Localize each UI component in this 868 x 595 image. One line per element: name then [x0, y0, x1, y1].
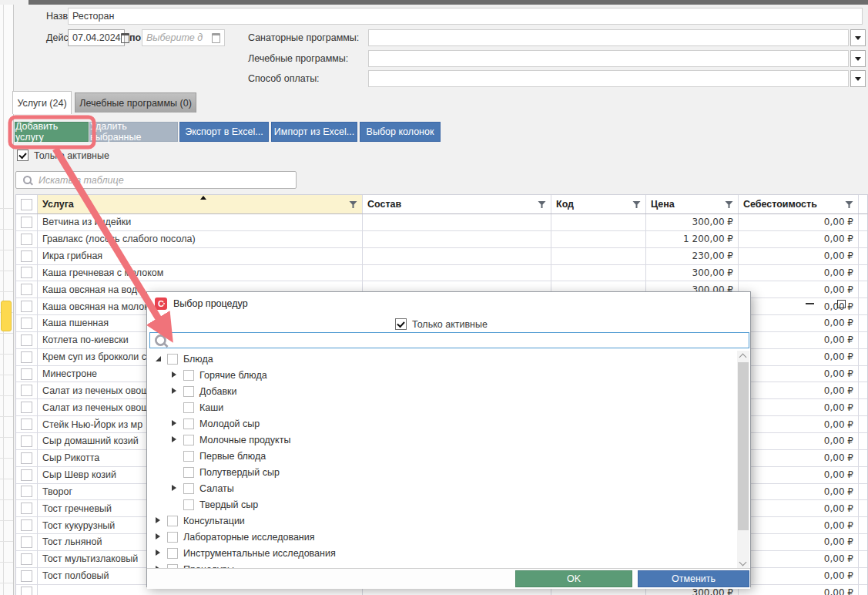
column-header-service[interactable]: Услуга — [38, 195, 363, 213]
tree-expander-icon[interactable] — [156, 355, 162, 363]
column-header-code[interactable]: Код — [551, 195, 646, 213]
dialog-titlebar[interactable]: C Выбор процедур — [147, 292, 750, 315]
tree-item[interactable]: Блюда — [149, 351, 736, 367]
tree-expander-icon[interactable] — [172, 452, 178, 460]
close-button[interactable] — [862, 294, 868, 314]
treatment-programs-combobox[interactable] — [368, 50, 849, 67]
only-active-filter[interactable]: Только активные — [17, 150, 109, 161]
tab-treatment-programs[interactable]: Лечебные программы (0) — [75, 92, 196, 113]
payment-method-combobox[interactable] — [368, 70, 849, 87]
tree-expander-icon[interactable] — [172, 420, 178, 428]
tab-services[interactable]: Услуги (24) — [12, 91, 72, 114]
tree-expander-icon[interactable] — [172, 371, 178, 379]
dialog-only-active-filter[interactable]: Только активные — [395, 318, 488, 330]
row-checkbox[interactable] — [21, 234, 32, 245]
tree-item[interactable]: Инструментальные исследования — [149, 545, 736, 561]
tree-expander-icon[interactable] — [172, 501, 178, 509]
delete-selected-button[interactable]: Удалить выбранные — [89, 122, 178, 142]
tree-item[interactable]: Каши — [149, 399, 736, 415]
table-row[interactable]: Ветчина из индейки 300,00 ₽ 0,00 ₽ — [16, 214, 867, 231]
tree-item-checkbox[interactable] — [183, 467, 194, 478]
minimize-button[interactable] — [796, 294, 823, 314]
tree-expander-icon[interactable] — [172, 388, 178, 395]
dialog-search-input[interactable] — [149, 332, 749, 348]
row-checkbox[interactable] — [21, 334, 32, 346]
tree-expander-icon[interactable] — [156, 517, 162, 525]
choose-columns-button[interactable]: Выбор колонок — [360, 122, 441, 142]
row-checkbox[interactable] — [21, 250, 32, 262]
name-input[interactable]: Ресторан — [68, 8, 863, 25]
tree-scrollbar[interactable] — [737, 351, 749, 569]
tree-item[interactable]: Салаты — [149, 480, 736, 496]
table-row[interactable]: Каша гречневая с молоком 300,00 ₽ 0,00 ₽ — [16, 265, 867, 282]
calendar-icon[interactable] — [121, 33, 129, 43]
tree-item-checkbox[interactable] — [167, 548, 178, 559]
tree-expander-icon[interactable] — [156, 533, 162, 541]
tree-item-checkbox[interactable] — [167, 532, 178, 543]
row-checkbox[interactable] — [21, 435, 32, 447]
tree-item[interactable]: Консультации — [149, 513, 736, 529]
row-checkbox[interactable] — [21, 503, 32, 514]
tree-expander-icon[interactable] — [156, 550, 162, 557]
column-header-cost[interactable]: Себестоимость — [739, 195, 859, 213]
row-checkbox[interactable] — [21, 570, 32, 582]
filter-icon[interactable] — [845, 200, 853, 209]
sanatorium-programs-dropdown-button[interactable] — [850, 29, 866, 46]
tree-item-checkbox[interactable] — [167, 354, 178, 365]
filter-icon[interactable] — [538, 200, 546, 209]
ok-button[interactable]: OK — [515, 570, 632, 587]
tree-item-checkbox[interactable] — [183, 419, 194, 429]
tree-item[interactable]: Лабораторные исследования — [149, 529, 736, 545]
select-all-checkbox[interactable] — [21, 199, 32, 210]
row-checkbox[interactable] — [21, 217, 32, 228]
row-checkbox[interactable] — [21, 469, 32, 481]
row-checkbox[interactable] — [21, 419, 32, 430]
filter-icon[interactable] — [349, 200, 357, 209]
tree-item-checkbox[interactable] — [167, 516, 178, 526]
date-from-input[interactable]: 07.04.2024 — [68, 29, 125, 46]
row-checkbox[interactable] — [21, 553, 32, 565]
tree-item[interactable]: Добавки — [149, 383, 736, 399]
table-row[interactable]: Икра грибная 230,00 ₽ 0,00 ₽ — [16, 248, 867, 265]
only-active-checkbox[interactable] — [17, 150, 28, 161]
calendar-icon[interactable] — [212, 33, 220, 43]
row-checkbox[interactable] — [21, 587, 32, 595]
tree-item-checkbox[interactable] — [183, 435, 194, 445]
tree-item-checkbox[interactable] — [183, 402, 194, 413]
maximize-button[interactable] — [828, 294, 854, 314]
tree-item[interactable]: Первые блюда — [149, 448, 736, 464]
tree-item[interactable]: Твердый сыр — [149, 496, 736, 513]
row-checkbox[interactable] — [21, 385, 32, 396]
import-excel-button[interactable]: Импорт из Excel... — [271, 122, 357, 142]
date-to-input[interactable]: Выберите д — [142, 29, 225, 46]
table-search-input[interactable]: Искать в таблице — [15, 171, 297, 189]
export-excel-button[interactable]: Экспорт в Excel... — [179, 122, 269, 142]
add-service-button[interactable]: Добавить услугу — [15, 122, 89, 142]
tree-item-checkbox[interactable] — [183, 483, 194, 494]
filter-icon[interactable] — [725, 200, 733, 209]
filter-icon[interactable] — [632, 200, 641, 209]
column-header-price[interactable]: Цена — [646, 195, 739, 213]
treatment-programs-dropdown-button[interactable] — [850, 50, 866, 67]
payment-method-dropdown-button[interactable] — [850, 70, 866, 87]
tree-item[interactable]: Полутвердый сыр — [149, 464, 736, 480]
row-checkbox[interactable] — [21, 519, 32, 531]
row-checkbox[interactable] — [21, 284, 32, 295]
row-checkbox[interactable] — [21, 452, 32, 464]
tree-expander-icon[interactable] — [172, 469, 178, 476]
scroll-up-icon[interactable] — [739, 354, 747, 361]
tree-item-checkbox[interactable] — [183, 451, 194, 462]
scroll-down-icon[interactable] — [739, 559, 747, 566]
row-checkbox[interactable] — [21, 301, 32, 312]
sanatorium-programs-combobox[interactable] — [368, 29, 849, 46]
column-header-composition[interactable]: Состав — [363, 195, 551, 213]
tree-item-checkbox[interactable] — [183, 386, 194, 397]
row-checkbox[interactable] — [21, 351, 32, 363]
row-checkbox[interactable] — [21, 486, 32, 497]
tree-item-checkbox[interactable] — [183, 370, 194, 381]
tree-item-checkbox[interactable] — [183, 499, 194, 510]
table-row[interactable]: Гравлакс (лосось слабого посола) 1 200,0… — [16, 231, 867, 248]
cancel-button[interactable]: Отменить — [638, 570, 749, 587]
tree-item[interactable]: Молодой сыр — [149, 415, 736, 432]
tree-item[interactable]: Молочные продукты — [149, 432, 736, 448]
